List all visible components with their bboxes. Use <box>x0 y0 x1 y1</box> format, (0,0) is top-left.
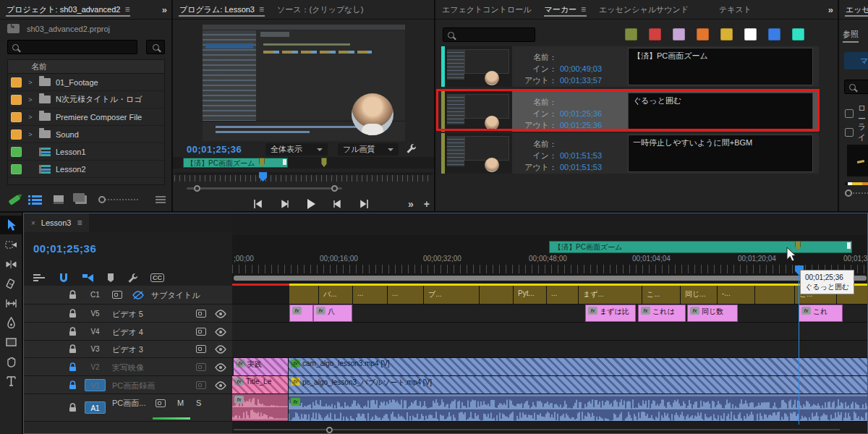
sort-icons-button[interactable] <box>156 196 166 203</box>
track-header-c1[interactable]: C1サブタイトル <box>24 286 232 305</box>
tab-markers[interactable]: マーカー ≡ <box>538 0 593 19</box>
marker-name-input[interactable]: 【済】PC画面ズーム <box>628 48 813 85</box>
play-button[interactable] <box>306 198 316 210</box>
track-select-forward-tool[interactable] <box>0 235 22 254</box>
tab-essential-graphics[interactable]: エッセ <box>839 0 868 19</box>
track-targeting-icon[interactable] <box>156 399 166 407</box>
zoom-slider-handle[interactable] <box>98 196 106 203</box>
track-lane-v3[interactable] <box>232 341 868 358</box>
template-thumbnail[interactable] <box>847 145 868 176</box>
panel-overflow-icon[interactable]: » <box>162 4 167 15</box>
marker-row[interactable]: 名前：イン：00;01;25;36アウト：00;01;25;36ぐるっと囲む <box>441 91 819 132</box>
track-id-badge[interactable]: V3 <box>85 343 106 355</box>
ripple-edit-tool[interactable] <box>0 255 22 273</box>
add-marker-icon[interactable] <box>106 273 115 283</box>
track-name[interactable]: ビデオ 5 <box>112 309 143 320</box>
timeline-clip[interactable]: fxこれは <box>638 305 686 322</box>
goto-out-button[interactable] <box>358 199 370 209</box>
close-icon[interactable]: × <box>31 219 35 227</box>
marker-row[interactable]: 名前：イン：00;01;51;53アウト：00;01;51;53一時停止しやすい… <box>441 133 819 174</box>
captions-cc-icon[interactable]: CC <box>150 273 164 282</box>
timeline-clip[interactable]: 同じ... <box>681 286 718 304</box>
monitor-time-ruler[interactable] <box>174 172 433 182</box>
marker-color-swatch[interactable] <box>720 28 733 41</box>
nested-sequence-icon[interactable] <box>33 273 46 283</box>
track-header-v3[interactable]: V3ビデオ 3 <box>24 341 232 358</box>
timeline-clip[interactable]: fx <box>232 394 289 421</box>
tab-program-monitor[interactable]: プログラム: Lesson3 ≡ <box>173 0 271 19</box>
monitor-span-marker[interactable]: 【済】PC画面ズーム <box>183 158 288 168</box>
marker-color-swatch[interactable] <box>744 28 757 41</box>
zoom-level-select[interactable]: 全体表示 <box>265 143 328 156</box>
panel-menu-icon[interactable]: ≡ <box>124 4 129 14</box>
disclosure-chevron-icon[interactable]: > <box>27 114 34 121</box>
track-id-badge[interactable]: V5 <box>85 307 106 320</box>
track-targeting-icon[interactable] <box>196 345 206 353</box>
project-search-input[interactable] <box>7 40 137 54</box>
timeline-clip[interactable]: fxこれ <box>799 305 843 322</box>
track-header-v2[interactable]: V2実写映像 <box>24 358 232 376</box>
timeline-clip[interactable]: こ... <box>642 286 681 304</box>
eg-browse-tab[interactable]: 参照 <box>843 29 859 40</box>
monitor-timecode[interactable]: 00;01;25;36 <box>187 144 242 155</box>
icon-view-button[interactable] <box>54 195 64 204</box>
rectangle-tool[interactable] <box>0 333 22 352</box>
track-name[interactable]: PC画面録画 <box>112 380 155 391</box>
playhead-line[interactable] <box>799 275 799 425</box>
track-targeting-icon[interactable] <box>196 310 206 318</box>
track-targeting-icon[interactable] <box>112 291 122 299</box>
timeline-clip[interactable]: fx同じ数 <box>687 305 738 322</box>
label-color-swatch[interactable] <box>11 147 22 157</box>
track-lane-v2[interactable]: fx実践fxcam_algo_lesson3.mp4 [V] <box>232 358 868 376</box>
track-targeting-icon[interactable] <box>196 381 206 389</box>
track-targeting-icon[interactable] <box>196 363 206 371</box>
timeline-clip[interactable] <box>480 286 514 304</box>
timeline-clip[interactable]: fx八 <box>313 305 352 322</box>
timeline-clip[interactable]: まず... <box>579 286 642 304</box>
track-name[interactable]: サブタイトル <box>151 290 200 301</box>
disclosure-chevron-icon[interactable]: > <box>27 131 34 138</box>
name-column-header[interactable]: 名前 <box>8 60 164 74</box>
timeline-clip[interactable]: fx <box>289 394 868 421</box>
marker-color-swatch[interactable] <box>697 28 709 41</box>
marker-color-swatch[interactable] <box>792 28 804 41</box>
type-tool[interactable] <box>0 372 22 391</box>
marker-name-input[interactable]: ぐるっと囲む <box>628 93 813 130</box>
marker-row[interactable]: 名前：イン：00;00;49;03アウト：00;01;33;57【済】PC画面ズ… <box>441 46 819 87</box>
disclosure-chevron-icon[interactable]: > <box>27 79 34 86</box>
libraries-checkbox[interactable]: ライ <box>845 122 868 143</box>
timeline-clip[interactable]: fxpc_algo_lesson3_バブルソート.mp4 [V] <box>289 376 868 393</box>
marker-color-swatch[interactable] <box>649 28 661 41</box>
work-area-bar[interactable] <box>234 276 867 281</box>
timeline-clip[interactable] <box>755 286 795 304</box>
label-color-swatch[interactable] <box>11 129 22 140</box>
tab-sequence-lesson3[interactable]: × Lesson3 ≡ <box>24 213 89 232</box>
timeline-clip[interactable] <box>289 286 319 304</box>
label-color-swatch[interactable] <box>11 77 22 88</box>
track-id-badge[interactable]: V4 <box>85 326 106 338</box>
timeline-clip[interactable]: バ... <box>319 286 353 304</box>
project-item-row[interactable]: >Premiere Composer File <box>8 109 164 126</box>
scrollbar-handle[interactable] <box>326 427 333 433</box>
timeline-span-marker[interactable]: 【済】PC画面ズーム <box>549 241 852 253</box>
timeline-clip[interactable]: -... <box>718 286 755 304</box>
marker-color-swatch[interactable] <box>768 28 780 41</box>
monitor-marker-pin[interactable] <box>321 158 327 167</box>
track-header-v5[interactable]: V5ビデオ 5 <box>24 305 232 323</box>
settings-wrench-icon[interactable] <box>406 143 417 154</box>
tab-source-monitor[interactable]: ソース：(クリップなし) <box>271 0 370 19</box>
pen-tool[interactable] <box>0 313 22 332</box>
step-back-button[interactable] <box>280 199 290 209</box>
eg-search-input[interactable] <box>844 80 868 94</box>
button-editor-toggle[interactable]: » <box>408 198 414 210</box>
track-lane-v4[interactable] <box>232 323 868 341</box>
goto-in-button[interactable] <box>252 199 264 209</box>
mute-button[interactable]: M <box>177 399 184 407</box>
marker-color-swatch[interactable] <box>625 28 637 41</box>
monitor-marker-strip[interactable]: 【済】PC画面ズーム <box>173 157 434 169</box>
track-targeting-icon[interactable] <box>196 328 206 336</box>
slip-tool[interactable] <box>0 294 22 312</box>
timeline-clip[interactable]: ... <box>388 286 424 304</box>
tab-project[interactable]: プロジェクト: sh03_advanced2 ≡ <box>0 0 136 19</box>
project-item-row[interactable]: >01_Footage <box>8 74 164 91</box>
